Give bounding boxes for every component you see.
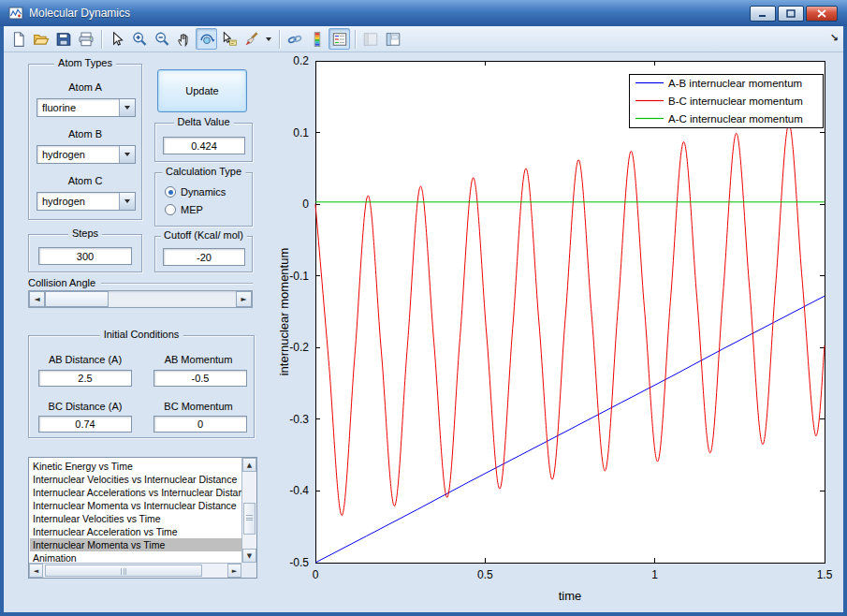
list-item[interactable]: Internuclear Velocities vs Internuclear …	[30, 473, 241, 486]
window-title: Molecular Dynamics	[29, 7, 130, 20]
dropdown-button[interactable]	[119, 193, 135, 210]
close-button[interactable]	[806, 6, 838, 22]
panel-title: Calculation Type	[162, 166, 245, 177]
save-figure-button[interactable]	[52, 28, 74, 50]
panel-title: Cutoff (Kcal/ mol)	[160, 229, 247, 241]
data-cursor-button[interactable]	[218, 28, 240, 50]
slider-thumb[interactable]	[45, 291, 109, 307]
ab-distance-input[interactable]: 2.5	[38, 370, 132, 387]
zoom-out-icon	[153, 31, 170, 48]
link-plot-button[interactable]	[284, 28, 305, 50]
plot-area[interactable]	[315, 61, 825, 563]
y-tick-label: -0.5	[289, 556, 309, 569]
title-bar[interactable]: Molecular Dynamics	[0, 0, 847, 26]
dropdown-button[interactable]	[119, 99, 135, 116]
atom-a-select[interactable]: fluorine	[37, 98, 136, 117]
ab-momentum-label: AB Momentum	[143, 354, 254, 365]
vertical-scrollbar-thumb[interactable]	[243, 503, 256, 535]
show-plot-tools-button[interactable]	[382, 28, 403, 50]
bc-distance-input[interactable]: 0.74	[38, 416, 132, 433]
atom-c-select[interactable]: hydrogen	[37, 192, 136, 211]
list-item[interactable]: Internuclear Momenta vs Time	[30, 538, 241, 551]
bc-momentum-input[interactable]: 0	[153, 416, 247, 433]
save-floppy-icon	[55, 31, 72, 48]
y-tick-label: 0.2	[293, 54, 309, 67]
y-tick-label: -0.2	[289, 341, 309, 354]
dropdown-button[interactable]	[119, 146, 135, 163]
popup-value: hydrogen	[37, 146, 119, 163]
chevron-down-icon	[124, 153, 130, 156]
pan-button[interactable]	[173, 28, 195, 50]
radio-mep[interactable]	[165, 204, 176, 215]
y-tick-label: -0.3	[289, 413, 309, 426]
edit-plot-button[interactable]	[106, 28, 127, 50]
vertical-scrollbar[interactable]: ▲ ▼	[241, 458, 256, 563]
collision-angle-slider[interactable]: ◄ ►	[28, 290, 253, 308]
panel-title: Steps	[68, 227, 102, 239]
insert-colorbar-button[interactable]	[306, 28, 328, 50]
cutoff-input[interactable]: -20	[163, 248, 245, 266]
panel-title: Initial Conditions	[100, 329, 183, 340]
zoom-in-button[interactable]	[128, 28, 150, 50]
new-figure-button[interactable]	[7, 28, 29, 50]
scroll-up-button[interactable]: ▲	[242, 458, 256, 472]
minimize-button[interactable]	[750, 6, 776, 22]
chart-canvas[interactable]: 00.511.5-0.5-0.4-0.3-0.2-0.100.10.2A-B i…	[276, 51, 838, 611]
scroll-down-button[interactable]: ▼	[242, 549, 256, 563]
panel-cutoff: Cutoff (Kcal/ mol) -20	[154, 236, 253, 272]
toolbar-separator	[355, 30, 356, 49]
scroll-right-button[interactable]: ►	[227, 564, 241, 578]
brush-dropdown-button[interactable]	[263, 28, 274, 50]
hand-icon	[176, 31, 193, 48]
popup-value: hydrogen	[37, 193, 119, 210]
cursor-arrow-icon	[109, 31, 125, 48]
x-axis-label: time	[559, 589, 582, 603]
ab-momentum-input[interactable]: -0.5	[153, 370, 247, 387]
app-icon	[8, 6, 23, 21]
list-item[interactable]: Internulear Velocities vs Time	[30, 512, 241, 525]
open-file-button[interactable]	[30, 28, 51, 50]
scroll-left-button[interactable]: ◄	[29, 564, 43, 578]
brush-button[interactable]	[241, 28, 262, 50]
legend-icon	[331, 31, 348, 48]
slider-right-arrow-button[interactable]: ►	[236, 291, 252, 307]
show-plot-tools-icon	[385, 31, 402, 48]
panel-title: Delta Value	[173, 116, 233, 127]
y-axis-label: internuclear momentum	[277, 248, 291, 376]
list-item[interactable]: Internuclear Momenta vs Internuclear Dis…	[30, 499, 241, 512]
rotate-3d-button[interactable]	[196, 28, 217, 50]
slider-left-arrow-button[interactable]: ◄	[29, 291, 45, 307]
print-figure-button[interactable]	[75, 28, 96, 50]
thumb-grip	[121, 568, 126, 575]
panel-initial-conditions: Initial Conditions AB Distance (A) AB Mo…	[28, 335, 255, 438]
x-tick-label: 1.5	[817, 568, 833, 581]
legend[interactable]: A-B internuclear momentumB-C internuclea…	[629, 74, 823, 127]
close-icon	[816, 9, 827, 18]
brush-icon	[243, 31, 260, 48]
right-arrow-icon: ►	[241, 295, 246, 303]
minimize-icon	[757, 9, 768, 18]
toolbar-overflow-icon[interactable]: ↘	[830, 32, 839, 44]
plot-type-listbox[interactable]: Kinetic Energy vs TimeInternuclear Veloc…	[28, 457, 257, 579]
radio-dynamics-label: Dynamics	[181, 186, 226, 198]
insert-legend-button[interactable]	[329, 28, 350, 50]
horizontal-scrollbar-thumb[interactable]	[45, 565, 202, 577]
maximize-button[interactable]	[778, 6, 804, 22]
list-item[interactable]: Internuclear Acceleration vs Time	[30, 525, 241, 538]
atom-c-label: Atom C	[29, 175, 141, 186]
legend-entry-label: B-C internuclear momentum	[668, 95, 803, 107]
update-button[interactable]: Update	[157, 69, 247, 112]
hide-plot-tools-button[interactable]	[359, 28, 381, 50]
horizontal-scrollbar[interactable]: ◄ ►	[29, 563, 241, 578]
list-item[interactable]: Kinetic Energy vs Time	[30, 460, 241, 473]
x-tick-label: 0	[313, 568, 319, 581]
delta-value-input[interactable]: 0.424	[163, 137, 245, 154]
atom-b-select[interactable]: hydrogen	[37, 145, 136, 164]
thumb-grip	[246, 515, 253, 521]
zoom-out-button[interactable]	[151, 28, 172, 50]
radio-dynamics[interactable]	[165, 186, 176, 198]
list-item[interactable]: Animation	[30, 551, 241, 563]
steps-input[interactable]: 300	[38, 247, 132, 265]
list-item[interactable]: Internuclear Accelerations vs Internucle…	[30, 486, 241, 499]
y-tick-label: -0.1	[289, 270, 309, 283]
